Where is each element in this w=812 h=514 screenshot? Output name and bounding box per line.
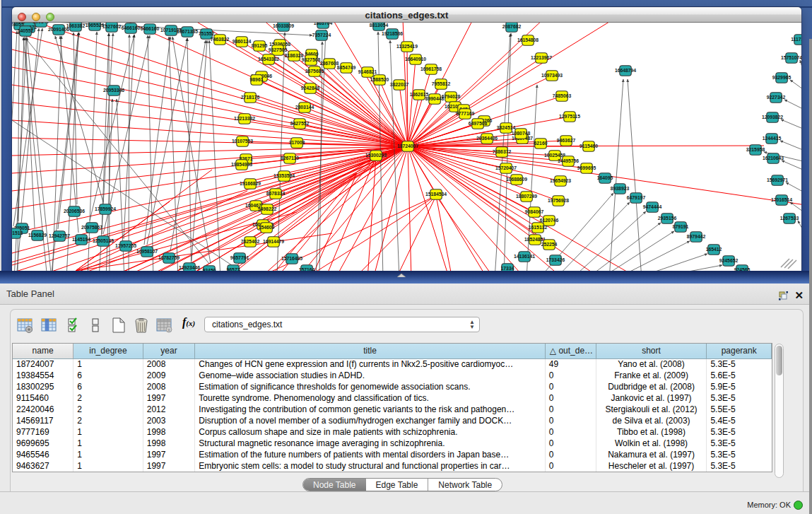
svg-text:20206536: 20206536 — [64, 209, 85, 214]
svg-text:9242848: 9242848 — [301, 86, 320, 90]
svg-text:7955812: 7955812 — [432, 81, 451, 86]
svg-text:14136141: 14136141 — [514, 254, 535, 259]
svg-text:1863704: 1863704 — [314, 23, 333, 25]
svg-text:6466160: 6466160 — [141, 26, 160, 31]
svg-text:10958107: 10958107 — [136, 249, 158, 254]
svg-text:8813054: 8813054 — [370, 23, 389, 28]
svg-text:15720407: 15720407 — [495, 165, 517, 170]
svg-text:98961: 98961 — [250, 77, 264, 82]
svg-text:1145194: 1145194 — [72, 237, 90, 242]
svg-text:3215958: 3215958 — [746, 147, 765, 152]
svg-text:1065526: 1065526 — [86, 23, 105, 28]
svg-text:16782759: 16782759 — [158, 255, 180, 260]
svg-text:9657791: 9657791 — [230, 255, 249, 260]
svg-text:15184534: 15184534 — [425, 192, 447, 197]
svg-text:140557: 140557 — [18, 28, 34, 33]
svg-text:164095: 164095 — [597, 175, 613, 180]
svg-text:62160: 62160 — [534, 141, 548, 146]
svg-text:10688609: 10688609 — [506, 177, 527, 182]
svg-text:6497508: 6497508 — [469, 121, 488, 126]
svg-text:8186328: 8186328 — [285, 53, 304, 58]
svg-text:x: x — [167, 327, 170, 332]
svg-text:12942757: 12942757 — [49, 233, 70, 238]
svg-text:19654923: 19654923 — [550, 178, 571, 183]
svg-text:9329965: 9329965 — [772, 75, 792, 80]
svg-text:9474444: 9474444 — [643, 204, 662, 209]
svg-text:1244415: 1244415 — [763, 136, 782, 141]
svg-text:10973493: 10973493 — [541, 73, 563, 78]
svg-text:9245652: 9245652 — [719, 258, 739, 263]
svg-text:15751074: 15751074 — [781, 55, 801, 60]
svg-text:3822037: 3822037 — [390, 82, 409, 87]
svg-text:252254: 252254 — [541, 242, 558, 247]
svg-text:3824514: 3824514 — [497, 125, 516, 130]
svg-text:8427552: 8427552 — [290, 121, 310, 126]
svg-text:15300293: 15300293 — [365, 153, 387, 158]
svg-text:20975867: 20975867 — [81, 225, 102, 230]
svg-text:10107553: 10107553 — [232, 139, 253, 144]
svg-text:8938923: 8938923 — [611, 186, 630, 191]
svg-text:7625402: 7625402 — [241, 239, 260, 244]
svg-text:12505135: 12505135 — [93, 238, 114, 243]
svg-text:18724007: 18724007 — [397, 144, 418, 148]
svg-text:16154808: 16154808 — [517, 37, 539, 42]
svg-text:1267533: 1267533 — [780, 216, 799, 221]
svg-text:18807249: 18807249 — [516, 194, 537, 199]
svg-text:9227342: 9227342 — [767, 95, 786, 100]
svg-text:17859924: 17859924 — [95, 206, 116, 211]
svg-text:1733426: 1733426 — [546, 257, 565, 262]
svg-text:7463822: 7463822 — [211, 37, 230, 42]
svg-text:165412: 165412 — [706, 247, 722, 252]
svg-text:2718176: 2718176 — [241, 95, 260, 100]
svg-text:19854933: 19854933 — [231, 162, 252, 167]
svg-text:2935156: 2935156 — [658, 216, 677, 221]
svg-text:12213382: 12213382 — [234, 116, 255, 121]
svg-text:6794028: 6794028 — [442, 94, 461, 99]
svg-text:2867608: 2867608 — [320, 61, 339, 66]
svg-text:12093822: 12093822 — [762, 115, 783, 119]
svg-text:16210643: 16210643 — [763, 156, 784, 160]
svg-text:9084067: 9084067 — [525, 209, 544, 214]
svg-text:5498222: 5498222 — [258, 206, 277, 211]
svg-text:1156829: 1156829 — [28, 233, 47, 238]
svg-text:9146821: 9146821 — [358, 69, 377, 74]
svg-text:12213967: 12213967 — [531, 55, 552, 60]
svg-text:11325419: 11325419 — [396, 44, 418, 49]
svg-text:12975115: 12975115 — [559, 114, 580, 119]
svg-text:17334: 17334 — [501, 266, 514, 271]
svg-text:13353594: 13353594 — [273, 173, 295, 178]
svg-text:9327508: 9327508 — [302, 57, 321, 62]
svg-text:9115460: 9115460 — [579, 144, 598, 148]
svg-text:1527602: 1527602 — [102, 24, 122, 29]
svg-text:16671385: 16671385 — [177, 29, 198, 34]
svg-text:2803144: 2803144 — [295, 105, 314, 110]
svg-text:17957255: 17957255 — [115, 243, 136, 248]
svg-text:7386372: 7386372 — [493, 149, 512, 154]
svg-text:17016514: 17016514 — [771, 197, 792, 202]
svg-text:8979442: 8979442 — [687, 234, 706, 239]
svg-text:209140: 209140 — [33, 23, 49, 24]
svg-text:8678334: 8678334 — [266, 191, 286, 196]
svg-text:6120746: 6120746 — [540, 218, 559, 223]
svg-text:154609: 154609 — [259, 225, 275, 230]
svg-text:16033809: 16033809 — [273, 23, 294, 28]
svg-text:9777169: 9777169 — [456, 111, 475, 116]
svg-text:3675685: 3675685 — [305, 69, 324, 74]
svg-text:8267110: 8267110 — [281, 156, 299, 160]
svg-text:16914479: 16914479 — [263, 239, 284, 244]
svg-text:879191: 879191 — [673, 224, 689, 229]
svg-text:16640910: 16640910 — [405, 57, 426, 62]
svg-text:391513: 391513 — [12, 230, 23, 235]
svg-text:9327503: 9327503 — [269, 47, 288, 52]
svg-text:15716485: 15716485 — [281, 256, 302, 261]
svg-text:6466160: 6466160 — [122, 25, 141, 30]
svg-text:9463627: 9463627 — [557, 138, 576, 143]
svg-text:14495756: 14495756 — [558, 158, 579, 163]
svg-text:2087682: 2087682 — [502, 24, 522, 29]
svg-text:1063382: 1063382 — [66, 23, 86, 28]
svg-text:1080748: 1080748 — [512, 131, 531, 136]
svg-text:19756928: 19756928 — [548, 198, 569, 203]
svg-text:9699695: 9699695 — [577, 165, 596, 170]
svg-text:18524851: 18524851 — [524, 237, 546, 242]
svg-text:8454749: 8454749 — [337, 65, 356, 70]
